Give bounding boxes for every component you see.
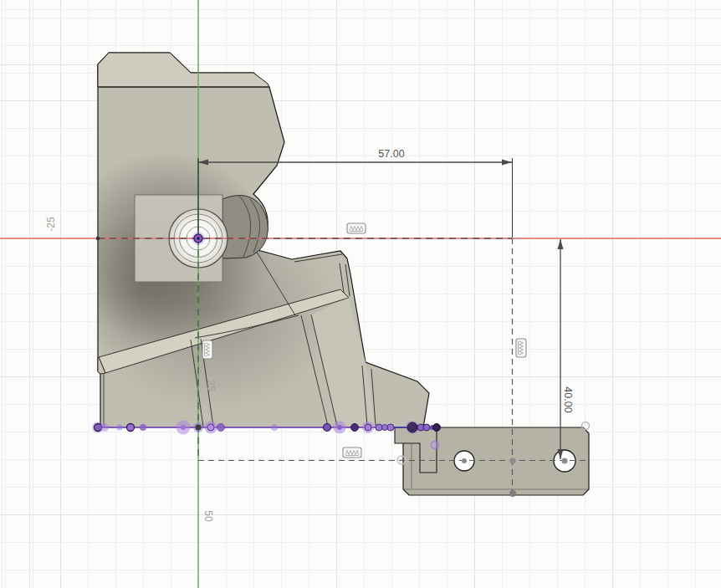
constraint-badge-icon[interactable]: [347, 223, 366, 233]
part-drawing: [0, 0, 721, 588]
dimension-vertical-40[interactable]: [558, 239, 564, 459]
constraint-badge-icon[interactable]: [516, 339, 526, 357]
grid-label-y-25: 25: [205, 380, 217, 391]
constraint-badge-icon[interactable]: [343, 447, 361, 458]
origin-point[interactable]: [192, 232, 205, 245]
grid-label-x-neg25: -25: [45, 217, 57, 231]
constraint-badge-icon[interactable]: [202, 340, 212, 359]
dimension-57-label[interactable]: 57.00: [378, 148, 404, 160]
grid-label-y-50: 50: [202, 510, 214, 521]
dimension-40-label[interactable]: 40.00: [562, 386, 574, 412]
sketch-canvas[interactable]: 57.00 40.00 -25 25 50: [0, 0, 721, 588]
model-body[interactable]: [63, 53, 429, 427]
